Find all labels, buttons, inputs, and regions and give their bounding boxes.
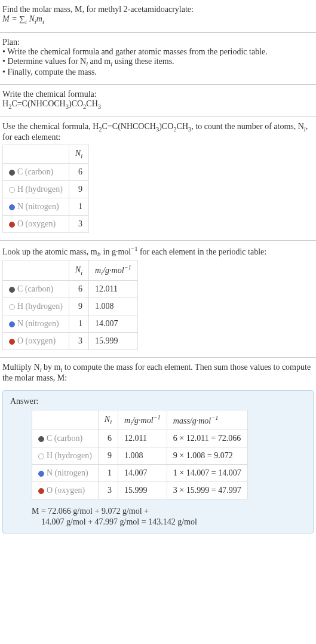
mi-cell: 1.008 bbox=[118, 447, 167, 465]
molar-mass-formula: M = ∑i Nimi bbox=[2, 14, 314, 25]
plan-section: Plan: • Write the chemical formula and g… bbox=[0, 35, 316, 82]
dot-icon bbox=[9, 321, 15, 327]
nihs2: i bbox=[81, 269, 82, 276]
mi-cell: 12.011 bbox=[89, 280, 138, 298]
element-cell: N (nitrogen) bbox=[3, 198, 69, 215]
ni-cell: 3 bbox=[69, 332, 88, 349]
dot-icon bbox=[38, 488, 44, 494]
mt-b: by m bbox=[42, 363, 61, 372]
result-line-1: M = 72.066 g/mol + 9.072 g/mol + bbox=[32, 507, 306, 516]
el-label: H (hydrogen) bbox=[17, 302, 63, 311]
element-cell: H (hydrogen) bbox=[32, 447, 99, 465]
el-label: N (nitrogen) bbox=[47, 468, 88, 477]
table-row: O (oxygen) 3 15.999 bbox=[3, 332, 138, 349]
table-row: C (carbon) 6 12.011 6 × 12.011 = 72.066 bbox=[32, 430, 248, 447]
write-formula-section: Write the chemical formula: H2C=C(NHCOCH… bbox=[0, 87, 316, 115]
element-cell: O (oxygen) bbox=[32, 482, 99, 499]
mass-header: mass/g·mol−1 bbox=[167, 410, 247, 430]
table-row: N (nitrogen) 1 14.007 1 × 14.007 = 14.00… bbox=[32, 465, 248, 482]
table-header-row: Ni mi/g·mol−1 bbox=[3, 260, 138, 280]
intro-section: Find the molar mass, M, for methyl 2-ace… bbox=[0, 2, 316, 30]
mi-cell: 12.011 bbox=[118, 430, 167, 447]
intro-line: Find the molar mass, M, for methyl 2-ace… bbox=[2, 5, 314, 14]
table-row: C (carbon) 6 bbox=[3, 163, 89, 180]
anih: N bbox=[105, 415, 110, 424]
amassh: mass/g·mol bbox=[173, 416, 211, 425]
divider bbox=[0, 84, 316, 85]
document-root: Find the molar mass, M, for methyl 2-ace… bbox=[0, 0, 316, 538]
element-cell: N (nitrogen) bbox=[3, 315, 69, 332]
count-text: Use the chemical formula, H2C=C(NHCOCH3)… bbox=[2, 122, 314, 142]
amihu: /g·mol bbox=[132, 415, 153, 424]
count-table: Ni C (carbon) 6 H (hydrogen) 9 N (nitrog… bbox=[2, 145, 89, 233]
lt-a: Look up the atomic mass, m bbox=[2, 247, 97, 256]
element-cell: C (carbon) bbox=[3, 280, 69, 298]
table-header-row: Ni bbox=[3, 145, 89, 164]
lookup-section: Look up the atomic mass, mi, in g·mol−1 … bbox=[0, 243, 316, 355]
dot-icon bbox=[38, 453, 44, 459]
plan-item-1: • Write the chemical formula and gather … bbox=[2, 47, 314, 57]
plan2b: and m bbox=[88, 57, 111, 66]
dot-icon bbox=[9, 170, 15, 176]
ct-e: , to count the number of atoms, N bbox=[191, 122, 304, 131]
el-label: H (hydrogen) bbox=[47, 451, 92, 460]
ni-cell: 9 bbox=[69, 180, 88, 198]
ct-b: C=C(NHCOCH bbox=[102, 122, 156, 131]
element-cell: N (nitrogen) bbox=[32, 465, 99, 482]
dot-icon bbox=[9, 287, 15, 293]
answer-table: Ni mi/g·mol−1 mass/g·mol−1 C (carbon) 6 … bbox=[32, 410, 248, 499]
table-row: H (hydrogen) 9 1.008 9 × 1.008 = 9.072 bbox=[32, 447, 248, 465]
mass-cell: 1 × 14.007 = 14.007 bbox=[167, 465, 247, 482]
divider bbox=[0, 116, 316, 117]
lt-sup: −1 bbox=[131, 246, 137, 252]
lookup-text: Look up the atomic mass, mi, in g·mol−1 … bbox=[2, 246, 314, 257]
ni-cell: 9 bbox=[98, 447, 118, 465]
el-label: N (nitrogen) bbox=[17, 319, 59, 328]
ni-cell: 1 bbox=[98, 465, 118, 482]
el-label: O (oxygen) bbox=[47, 486, 85, 495]
el-label: C (carbon) bbox=[17, 284, 53, 293]
ni-cell: 6 bbox=[69, 280, 88, 298]
amih: m bbox=[124, 415, 130, 424]
multiply-section: Multiply Ni by mi to compute the mass fo… bbox=[0, 360, 316, 388]
divider bbox=[0, 357, 316, 358]
table-header-row: Ni mi/g·mol−1 mass/g·mol−1 bbox=[32, 410, 248, 430]
element-cell: O (oxygen) bbox=[3, 332, 69, 349]
nihs: i bbox=[81, 153, 82, 160]
dot-icon bbox=[9, 204, 15, 210]
dot-icon bbox=[9, 187, 15, 193]
element-cell: C (carbon) bbox=[3, 163, 69, 180]
mi-cell: 14.007 bbox=[118, 465, 167, 482]
plan-heading: Plan: bbox=[2, 38, 314, 47]
count-section: Use the chemical formula, H2C=C(NHCOCH3)… bbox=[0, 119, 316, 238]
lt-c: for each element in the periodic table: bbox=[137, 247, 266, 256]
dot-icon bbox=[9, 339, 15, 345]
plan-item-3: • Finally, compute the mass. bbox=[2, 68, 314, 77]
dot-icon bbox=[38, 436, 44, 442]
el-label: C (carbon) bbox=[17, 167, 53, 176]
table-row: O (oxygen) 3 15.999 3 × 15.999 = 47.997 bbox=[32, 482, 248, 499]
ct-a: Use the chemical formula, H bbox=[2, 122, 99, 131]
ni-cell: 3 bbox=[98, 482, 118, 499]
anihs: i bbox=[110, 419, 112, 425]
el-label: O (oxygen) bbox=[17, 219, 56, 228]
answer-box: Answer: Ni mi/g·mol−1 mass/g·mol−1 C (ca… bbox=[2, 390, 314, 533]
plan-item-2: • Determine values for Ni and mi using t… bbox=[2, 57, 314, 68]
ni-header: Ni bbox=[69, 145, 88, 164]
table-row: N (nitrogen) 1 14.007 bbox=[3, 315, 138, 332]
el-label: N (nitrogen) bbox=[17, 202, 59, 211]
table-row: O (oxygen) 3 bbox=[3, 215, 89, 232]
cf-a: H bbox=[2, 99, 8, 108]
empty-header bbox=[3, 260, 69, 280]
mi-cell: 14.007 bbox=[89, 315, 138, 332]
ni-cell: 6 bbox=[69, 163, 88, 180]
multiply-text: Multiply Ni by mi to compute the mass fo… bbox=[2, 363, 314, 383]
mi-header: mi/g·mol−1 bbox=[118, 410, 167, 430]
element-cell: C (carbon) bbox=[32, 430, 99, 447]
el-label: C (carbon) bbox=[47, 434, 82, 443]
cf-d: CH bbox=[86, 99, 97, 108]
element-cell: H (hydrogen) bbox=[3, 298, 69, 315]
mass-table: Ni mi/g·mol−1 C (carbon) 6 12.011 H (hyd… bbox=[2, 260, 138, 349]
el-label: O (oxygen) bbox=[17, 336, 56, 345]
table-row: C (carbon) 6 12.011 bbox=[3, 280, 138, 298]
